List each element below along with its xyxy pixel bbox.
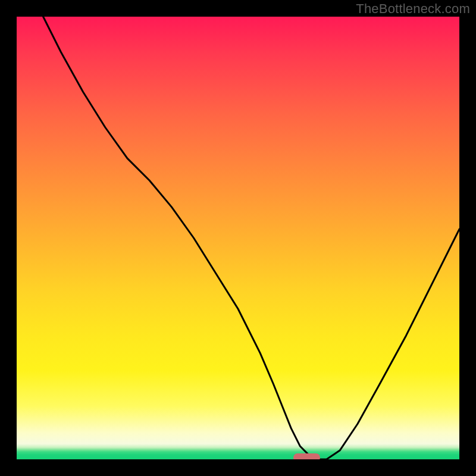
- watermark-text: TheBottleneck.com: [356, 1, 470, 17]
- bottleneck-curve: [17, 17, 459, 459]
- plot-area: [17, 17, 459, 459]
- balance-marker: [293, 453, 320, 459]
- chart-frame: TheBottleneck.com: [0, 0, 476, 476]
